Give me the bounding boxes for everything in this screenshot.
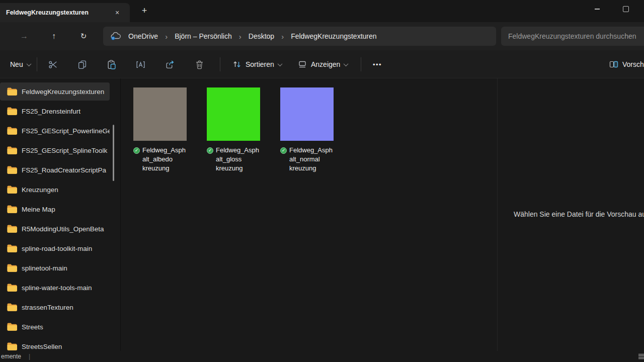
item-count-text: emente <box>1 351 21 362</box>
sidebar-item-label: FS25_RoadCreatorScriptPa <box>22 166 110 174</box>
folder-icon <box>7 87 17 96</box>
search-input[interactable]: FeldwegKreuzungstexturen durchsuchen <box>501 27 644 46</box>
breadcrumb-item-user[interactable]: Björn – Persönlich <box>170 30 237 42</box>
file-name-line: Feldweg_Asph <box>289 146 337 155</box>
breadcrumb-item-desktop[interactable]: Desktop <box>244 30 279 42</box>
view-button[interactable]: Anzeigen <box>293 55 353 73</box>
cut-button[interactable] <box>44 55 62 73</box>
file-label: ✓ Feldweg_Asph alt_normal kreuzung <box>280 146 337 173</box>
file-explorer-window: FeldwegKreuzungstexturen × + → ↑ ↻ OneDr… <box>0 0 644 362</box>
sidebar-item-label: Kreuzungen <box>22 186 110 194</box>
sidebar-item-label: spline-road-toolkit-main <box>22 245 110 252</box>
folder-icon <box>7 284 17 292</box>
sidebar-item-label: FeldwegKreuzungstexturen <box>22 88 110 96</box>
sort-button[interactable]: Sortieren <box>227 55 287 73</box>
folder-icon <box>7 323 17 331</box>
sidebar-item-fs25-drensteinfurt[interactable]: ›FS25_Drensteinfurt <box>0 102 110 120</box>
sidebar-item-spline-water-tools[interactable]: ›spline-water-tools-main <box>0 279 110 297</box>
sidebar-item-label: strassenTexturen <box>22 304 110 311</box>
sidebar-item-label: Meine Map <box>22 206 110 213</box>
chevron-right-icon: › <box>0 147 2 154</box>
file-item-normal[interactable]: ✓ Feldweg_Asph alt_normal kreuzung <box>276 84 339 177</box>
folder-icon <box>7 225 17 233</box>
new-button[interactable]: Neu <box>5 57 36 72</box>
folder-icon <box>7 205 17 213</box>
folder-icon <box>7 342 17 350</box>
onedrive-icon <box>110 32 121 40</box>
chevron-right-icon: › <box>0 225 2 233</box>
file-name-line: Feldweg_Asph <box>216 146 263 155</box>
delete-button[interactable] <box>190 55 208 73</box>
toolbar-divider <box>220 57 220 71</box>
sidebar-item-fs25-roadcreatorscript[interactable]: ›FS25_RoadCreatorScriptPa <box>0 161 110 179</box>
sidebar-item-kreuzungen[interactable]: ›Kreuzungen <box>0 180 110 199</box>
sync-check-icon: ✓ <box>280 147 287 154</box>
sort-arrows-icon <box>232 60 242 69</box>
sidebar-item-fs25-gescript-splinetoolkit[interactable]: ›FS25_GEScript_SplineToolk <box>0 141 110 159</box>
toolbar-divider <box>37 57 37 71</box>
rename-button[interactable] <box>131 55 149 73</box>
sidebar-item-label: Streets <box>22 323 110 331</box>
sidebar-item-label: FS25_GEScript_SplineToolk <box>22 147 110 154</box>
sidebar-item-meine-map[interactable]: ›Meine Map <box>0 200 110 218</box>
sidebar-item-label: FS25_Drensteinfurt <box>22 108 110 115</box>
tab-active[interactable]: FeldwegKreuzungstexturen × <box>0 3 130 22</box>
more-options-button[interactable]: ••• <box>369 55 386 73</box>
toolbar-divider <box>361 57 361 71</box>
share-button[interactable] <box>160 55 179 73</box>
minimize-button[interactable] <box>586 1 609 17</box>
sidebar-item-label: spline-water-tools-main <box>22 284 110 292</box>
search-placeholder: FeldwegKreuzungstexturen durchsuchen <box>501 32 636 40</box>
close-tab-icon[interactable]: × <box>112 7 123 18</box>
preview-toggle-button[interactable]: Vorschau <box>605 55 644 73</box>
share-icon <box>165 60 175 69</box>
file-name-line: kreuzung <box>142 164 190 173</box>
sidebar-item-feldwegkreuzungstexturen[interactable]: ›FeldwegKreuzungstexturen <box>0 82 110 101</box>
sidebar-item-label: R5ModdingUtils_OpenBeta <box>22 225 110 233</box>
chevron-right-icon: › <box>0 88 2 96</box>
sidebar-item-label: StreetsSellen <box>22 343 110 350</box>
sidebar-item-splinetool-main[interactable]: ›splinetool-main <box>0 259 110 277</box>
maximize-button[interactable] <box>614 1 637 17</box>
new-button-label: Neu <box>10 60 23 68</box>
breadcrumb-item-current-folder[interactable]: FeldwegKreuzungstexturen <box>286 30 381 42</box>
forward-button[interactable]: → <box>15 27 33 45</box>
trash-icon <box>195 60 204 69</box>
sidebar-item-streets[interactable]: ›Streets <box>0 318 110 336</box>
new-tab-button[interactable]: + <box>138 5 151 18</box>
sidebar-item-label: splinetool-main <box>22 264 110 272</box>
breadcrumb-item-onedrive[interactable]: OneDrive <box>123 30 163 42</box>
preview-panes-icon <box>609 60 618 69</box>
file-item-gloss[interactable]: ✓ Feldweg_Asph alt_gloss kreuzung <box>203 84 265 177</box>
chevron-down-icon <box>26 61 31 66</box>
folder-icon <box>7 166 17 174</box>
breadcrumb[interactable]: OneDrive › Björn – Persönlich › Desktop … <box>103 27 496 46</box>
file-label: ✓ Feldweg_Asph alt_albedo kreuzung <box>133 146 190 173</box>
file-name-line: alt_normal <box>289 155 337 164</box>
folder-icon <box>7 303 17 311</box>
sidebar-scrollbar-thumb[interactable] <box>113 125 114 181</box>
folder-icon <box>7 186 17 194</box>
file-name-line: kreuzung <box>216 164 263 173</box>
refresh-button[interactable]: ↻ <box>74 27 93 45</box>
paste-button[interactable] <box>102 55 120 73</box>
up-button[interactable]: ↑ <box>45 27 63 45</box>
pane-divider <box>120 78 121 351</box>
copy-button[interactable] <box>73 55 91 73</box>
forward-icon: → <box>20 32 28 41</box>
details-view-icon[interactable] <box>637 352 644 360</box>
file-name-line: kreuzung <box>289 164 337 173</box>
chevron-right-icon: › <box>0 264 2 272</box>
folder-icon <box>7 146 17 154</box>
sidebar-item-strassentexturen[interactable]: ›strassenTexturen <box>0 298 110 316</box>
chevron-right-icon: › <box>0 127 2 135</box>
sidebar-item-fs25-gescript-powerline[interactable]: ›FS25_GEScript_PowerlineGe <box>0 122 110 140</box>
chevron-right-icon: › <box>279 32 286 41</box>
preview-placeholder-text: Wählen Sie eine Datei für die Vorschau a… <box>514 210 644 218</box>
chevron-right-icon: › <box>0 108 2 115</box>
sidebar-item-spline-road-toolkit[interactable]: ›spline-road-toolkit-main <box>0 239 110 257</box>
sidebar-item-r5moddingutils[interactable]: ›R5ModdingUtils_OpenBeta <box>0 220 110 238</box>
file-item-albedo[interactable]: ✓ Feldweg_Asph alt_albedo kreuzung <box>129 84 192 177</box>
sync-check-icon: ✓ <box>207 147 213 154</box>
tab-title: FeldwegKreuzungstexturen <box>6 3 89 22</box>
